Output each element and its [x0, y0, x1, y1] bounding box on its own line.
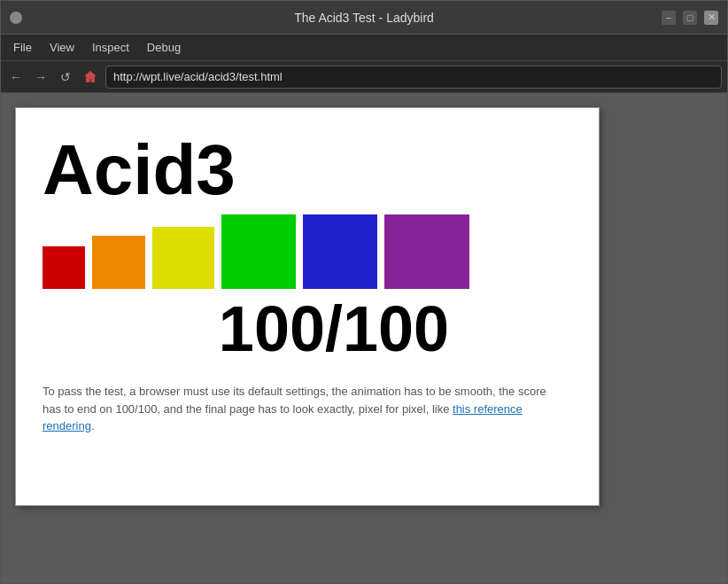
url-bar: ← → ↺ — [1, 61, 727, 93]
color-box-yellow — [152, 227, 214, 289]
forward-button[interactable]: → — [31, 67, 50, 87]
description-text: To pass the test, a browser must use its… — [43, 383, 556, 435]
title-bar: The Acid3 Test - Ladybird − □ ✕ — [1, 1, 727, 35]
minimize-button[interactable]: − — [662, 11, 676, 25]
title-bar-left — [10, 12, 22, 24]
back-button[interactable]: ← — [6, 67, 26, 87]
color-box-red — [43, 246, 85, 289]
color-box-purple — [384, 214, 469, 289]
home-icon — [82, 69, 98, 85]
acid3-heading: Acid3 — [43, 135, 572, 206]
url-input[interactable] — [105, 66, 722, 89]
home-button[interactable] — [81, 67, 100, 87]
traffic-light-close[interactable] — [10, 12, 22, 24]
menu-file[interactable]: File — [6, 38, 39, 57]
browser-window: The Acid3 Test - Ladybird − □ ✕ File Vie… — [0, 0, 728, 584]
score-display: 100/100 — [96, 292, 572, 365]
color-box-green — [221, 214, 296, 289]
description-suffix: . — [91, 419, 95, 432]
web-page-frame: Acid3 100/100 To pass the test, a browse… — [15, 107, 600, 506]
reload-button[interactable]: ↺ — [56, 67, 75, 87]
content-area: Acid3 100/100 To pass the test, a browse… — [1, 93, 727, 583]
menu-inspect[interactable]: Inspect — [85, 38, 136, 57]
menu-bar: File View Inspect Debug — [1, 35, 727, 61]
menu-debug[interactable]: Debug — [140, 38, 188, 57]
color-box-blue — [303, 214, 377, 289]
color-boxes-row — [43, 214, 572, 289]
window-title: The Acid3 Test - Ladybird — [294, 11, 434, 25]
maximize-button[interactable]: □ — [683, 11, 697, 25]
window-controls: − □ ✕ — [662, 11, 718, 25]
menu-view[interactable]: View — [43, 38, 81, 57]
close-button[interactable]: ✕ — [704, 11, 718, 25]
color-box-orange — [92, 236, 145, 289]
